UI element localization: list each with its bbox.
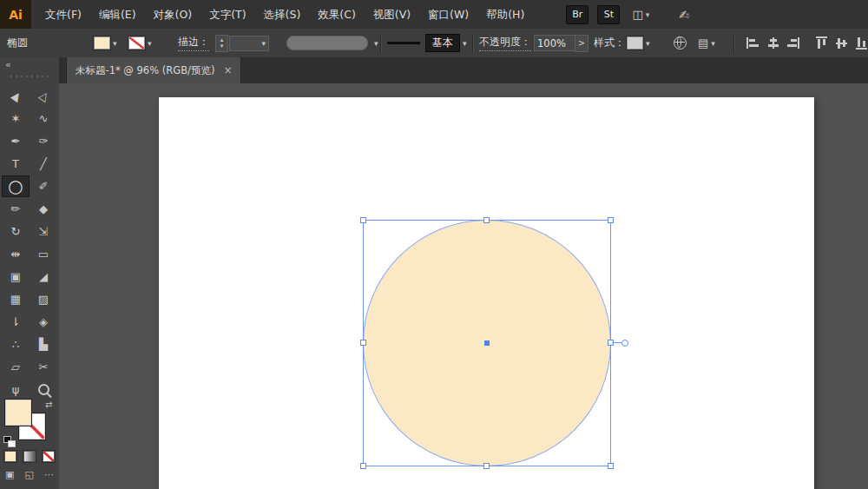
align-middle-vertical-icon[interactable]	[836, 36, 847, 50]
stroke-color-control[interactable]: ▾	[128, 29, 152, 57]
style-swatch-icon[interactable]	[627, 36, 643, 50]
paintbrush-tool[interactable]: ✐	[30, 175, 57, 197]
menu-view[interactable]: 视图(V)	[365, 0, 419, 29]
direct-selection-tool[interactable]: ▷	[30, 85, 57, 107]
recolor-artwork-button[interactable]	[674, 29, 687, 57]
handle-bottom-right[interactable]	[608, 463, 614, 469]
stroke-none-swatch-icon[interactable]	[128, 36, 145, 50]
none-button[interactable]	[42, 450, 56, 463]
canvas-area[interactable]	[59, 83, 868, 489]
align-right-icon[interactable]	[786, 37, 799, 49]
handle-bottom-middle[interactable]	[483, 463, 490, 469]
separator	[380, 33, 382, 53]
color-button[interactable]	[3, 450, 17, 463]
scale-tool[interactable]: ⇲	[30, 221, 57, 242]
bridge-button[interactable]: Br	[566, 5, 589, 24]
blob-brush-tool[interactable]: ◆	[30, 198, 57, 220]
spin-down-icon[interactable]: ▾	[220, 43, 224, 50]
line-style-value[interactable]: 基本	[425, 34, 460, 52]
selection-bounding-box	[363, 220, 611, 466]
chevron-down-icon[interactable]: ▾	[646, 39, 650, 48]
handle-middle-left[interactable]	[360, 340, 366, 346]
fill-swatch[interactable]	[5, 400, 31, 426]
stroke-weight-label[interactable]: 描边：	[178, 29, 209, 57]
shape-builder-tool[interactable]: ▣	[2, 266, 30, 287]
rotate-tool[interactable]: ↻	[2, 221, 30, 242]
chevron-down-icon[interactable]: ▾	[711, 39, 715, 48]
menu-object[interactable]: 对象(O)	[145, 0, 201, 29]
workspace-switcher[interactable]: ◫ ▾	[632, 8, 649, 21]
gradient-button[interactable]	[23, 450, 36, 463]
brush-dropdown-arrow[interactable]: ▾	[372, 29, 378, 57]
close-icon[interactable]: ×	[223, 64, 232, 76]
menu-edit[interactable]: 编辑(E)	[90, 0, 145, 29]
blend-tool[interactable]: ◈	[30, 311, 57, 333]
line-segment-tool[interactable]: ╱	[30, 153, 57, 175]
chevron-down-icon[interactable]: ▾	[113, 39, 117, 48]
slice-tool[interactable]: ✂	[30, 356, 57, 378]
magic-wand-tool[interactable]: ✶	[2, 108, 30, 129]
free-transform-tool[interactable]: ▭	[30, 243, 57, 265]
gradient-tool[interactable]: ▨	[30, 288, 57, 310]
curvature-tool[interactable]: ✑	[30, 130, 57, 152]
menu-select[interactable]: 选择(S)	[255, 0, 310, 29]
draw-mode-icon[interactable]: ▣	[5, 469, 14, 480]
handle-top-right[interactable]	[608, 217, 614, 223]
fill-color-control[interactable]: ▾	[94, 29, 117, 57]
collapse-panel-icon[interactable]: «	[5, 59, 11, 70]
symbol-sprayer-tool[interactable]: ∴	[2, 334, 30, 355]
eyedropper-tool[interactable]: ⇂	[2, 311, 30, 333]
chevron-down-icon[interactable]: ▾	[261, 39, 266, 48]
center-anchor-point[interactable]	[484, 340, 490, 346]
type-tool[interactable]: T	[2, 153, 30, 175]
opacity-input[interactable]	[534, 35, 577, 51]
chevron-down-icon[interactable]: ▾	[463, 39, 467, 48]
variable-width-profile[interactable]: 基本 ▾	[387, 29, 467, 57]
align-bottom-icon[interactable]	[856, 36, 867, 50]
selection-tool[interactable]: ▶	[2, 85, 30, 107]
chevron-down-icon[interactable]: ▾	[374, 39, 378, 48]
menu-help[interactable]: 帮助(H)	[477, 0, 533, 29]
document-tab-bar: 未标题-1* @ 96% (RGB/预览) ×	[59, 57, 868, 84]
menu-window[interactable]: 窗口(W)	[419, 0, 477, 29]
fill-swatch-icon[interactable]	[94, 36, 110, 50]
ellipse-tool[interactable]: ◯	[2, 175, 30, 197]
menu-effect[interactable]: 效果(C)	[309, 0, 364, 29]
lasso-tool[interactable]: ∿	[30, 108, 57, 129]
screen-mode-icon[interactable]: ◱	[25, 469, 34, 480]
more-icon[interactable]: ⋯	[44, 469, 54, 480]
opacity-field[interactable]	[534, 29, 577, 57]
shape-widget-handle[interactable]	[621, 340, 628, 347]
handle-top-left[interactable]	[360, 217, 366, 223]
perspective-grid-tool[interactable]: ◢	[30, 266, 57, 287]
menu-type[interactable]: 文字(T)	[201, 0, 254, 29]
align-top-icon[interactable]	[816, 36, 827, 50]
toolbar-bottom-buttons: ▣ ◱ ⋯	[0, 469, 59, 480]
handle-top-middle[interactable]	[483, 217, 490, 223]
align-center-horizontal-icon[interactable]	[766, 37, 779, 49]
stock-button[interactable]: St	[597, 5, 620, 24]
brush-definition-dropdown[interactable]	[286, 29, 368, 57]
default-fill-stroke-icon[interactable]	[3, 436, 16, 446]
stroke-weight-stepper[interactable]: ▴▾	[215, 29, 228, 57]
width-tool[interactable]: ⇹	[2, 243, 30, 265]
panel-drag-handle[interactable]	[9, 75, 50, 78]
opacity-expand-button[interactable]: >	[575, 29, 589, 57]
handle-bottom-left[interactable]	[360, 463, 366, 469]
artboard-tool[interactable]: ▱	[2, 356, 30, 378]
document-tab-title: 未标题-1* @ 96% (RGB/预览)	[76, 64, 214, 77]
menu-file[interactable]: 文件(F)	[36, 0, 90, 29]
style-dropdown[interactable]: ▾	[627, 29, 650, 57]
hand-gesture-icon[interactable]: ✍	[679, 8, 689, 22]
chevron-down-icon[interactable]: ▾	[148, 39, 152, 48]
pencil-tool[interactable]: ✏	[2, 198, 30, 220]
align-left-icon[interactable]	[746, 37, 760, 49]
pen-tool[interactable]: ✒	[2, 130, 30, 152]
document-setup-button[interactable]: ▤ ▾	[698, 29, 715, 57]
swap-fill-stroke-icon[interactable]: ⇄	[45, 400, 52, 409]
stroke-weight-combo[interactable]: ▾	[229, 29, 269, 57]
document-tab[interactable]: 未标题-1* @ 96% (RGB/预览) ×	[66, 57, 241, 83]
opacity-label[interactable]: 不透明度：	[479, 29, 531, 57]
mesh-tool[interactable]: ▦	[2, 288, 30, 310]
column-graph-tool[interactable]: ▙	[30, 334, 57, 355]
